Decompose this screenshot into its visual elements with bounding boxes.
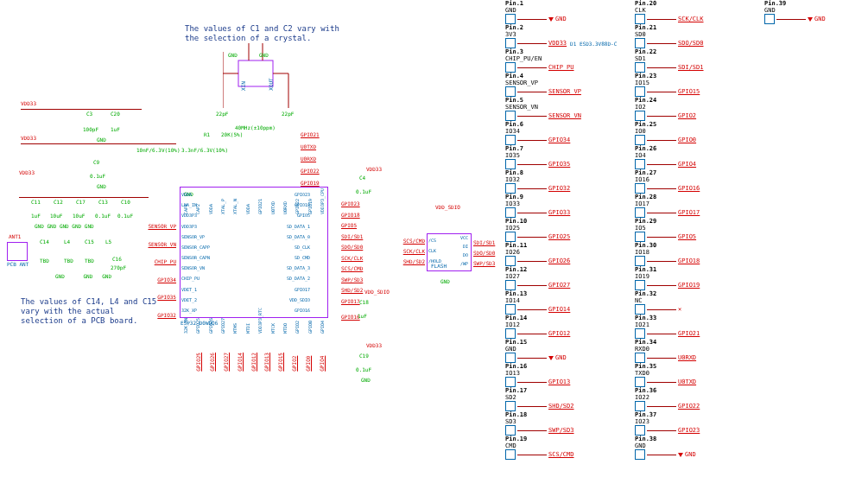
vdd33-rail: VDD33 [21,100,36,106]
pin-Pin.29: Pin.29IO5GPIO5 [635,218,747,238]
c11-label: C11 [31,199,41,205]
pin-Pin.9: Pin.9IO33GPIO33 [505,194,618,214]
c10-val: 0.1uF [117,213,133,219]
pin-Pin.39: Pin.39GNDGND [764,0,868,21]
gnd-label: GND [97,183,106,189]
pcb-antenna [7,242,28,261]
pin-Pin.5: Pin.5SENSOR_VNSENSOR_VN [505,97,618,118]
pin-Pin.7: Pin.7IO35GPIO35 [505,145,618,166]
c1-val: 22pF [216,111,228,117]
l4-val: TBD [64,258,73,264]
pin-Pin.13: Pin.13IO14GPIO14 [505,290,618,311]
pin-Pin.30: Pin.30IO18GPIO18 [635,242,747,263]
gnd-label: GND [259,52,269,58]
pin-Pin.21: Pin.21SD0SDO/SD0 [635,24,747,45]
c13-label: C13 [98,199,108,205]
c13-val: 0.1uF [95,213,111,219]
c3-label: C3 [86,111,92,117]
pin-Pin.25: Pin.25IO0GPIO0 [635,121,747,142]
c9-val: 0.1uF [90,173,105,179]
pinout-table: Pin.1GNDGNDPin.23V3VDD33D1 ESD3.3V88D-CP… [505,0,868,458]
r1-val: 20K(5%) [221,131,243,137]
c11-val: 1uF [31,213,41,219]
c18-val: 1uF [358,313,367,319]
pin-Pin.14: Pin.14IO12GPIO12 [505,315,618,335]
c10-label: C10 [121,199,130,205]
c15-label: C15 [85,238,94,245]
pin-Pin.22: Pin.22SD1SDI/SD1 [635,48,747,69]
pin-Pin.6: Pin.6IO34GPIO34 [505,121,618,142]
c17-label: C17 [76,199,86,205]
pin-Pin.37: Pin.37IO23GPIO23 [635,411,747,432]
c2-val: 22pF [282,111,294,117]
pin-Pin.31: Pin.31IO19GPIO19 [635,266,747,287]
pin-Pin.32: Pin.32NC✕ [635,290,747,311]
flash-right-nets: SDI/SD1SDO/SD0SWP/SD3 [473,237,495,268]
c9-label: C9 [93,159,99,165]
gnd-label: GND GND GND [55,273,111,279]
vdd33-rail: VDD33 [366,342,382,348]
c17-val: 10uF [73,213,85,219]
gnd-label: GND [361,377,371,383]
pin-Pin.15: Pin.15GNDGND [505,339,618,359]
pin-Pin.20: Pin.20CLKSCK/CLK [635,0,747,21]
r1-label: R1 [204,131,210,137]
c16-label: C16 [112,256,122,262]
ic-right-pins: GPIO23GPIO18GPIO5SD_DATA_1SD_DATA_0SD_CL… [287,192,310,313]
c14-label: C14 [40,238,49,245]
pin-Pin.12: Pin.12IO27GPIO27 [505,266,618,287]
schematic-region: GND GND XIN XOUT 22pF 22pF 40MHz(±10ppm)… [0,0,492,477]
pin-Pin.33: Pin.33IO21GPIO21 [635,315,747,335]
c19-val: 0.1uF [356,366,371,372]
ic-left-nets: SENSOR_VPSENSOR_VNCHIP_PUGPIO34GPIO35GPI… [138,223,176,318]
c19-label: C19 [359,353,369,359]
pin-Pin.17: Pin.17SD2SHD/SD2 [505,387,618,408]
pcb-ant-label: PCB ANT [7,261,29,267]
pin-Pin.16: Pin.16IO13GPIO13 [505,363,618,384]
c14-val: TBD [40,258,49,264]
c12-val: 10uF [50,213,62,219]
vdd33-rail: VDD33 [19,169,35,175]
flash-left-nets: SCS/CMDSCK/CLKSHD/SD2 [390,235,425,266]
c3-val: 100pF [83,126,98,132]
x1-val: 40MHz(±10ppm) [235,124,276,130]
pin-Pin.2: Pin.23V3VDD33D1 ESD3.3V88D-C [505,24,618,45]
gnd-label: GND [440,278,450,284]
pin-Pin.10: Pin.10IO25GPIO25 [505,218,618,238]
pin-Pin.11: Pin.11IO26GPIO26 [505,242,618,263]
c20-label: C20 [111,111,120,117]
pin-Pin.27: Pin.27IO16GPIO16 [635,169,747,190]
c6-val: 3.3nF/6.3V(10%) [181,147,228,153]
ic-top-nets: GPIO21U0TXDU0RXDGPIO22GPIO19 [301,128,320,188]
c4-label: C4 [359,175,365,181]
vdd33-rail: VDD33 [366,166,382,172]
pin-Pin.19: Pin.19CMDSCS/CMD [505,436,618,456]
pin-Pin.8: Pin.8IO32GPIO32 [505,169,618,190]
c4-val: 0.1uF [356,188,371,194]
c12-label: C12 [54,199,63,205]
l5-label: L5 [105,238,111,245]
pin-Pin.28: Pin.28IO17GPIO17 [635,194,747,214]
pin-Pin.24: Pin.24IO2GPIO2 [635,97,747,118]
ic-bottom-nets: GPIO25GPIO26GPIO27GPIO14GPIO12GPIO13GPIO… [195,353,325,372]
xout-label: XOUT [268,78,274,90]
gnd-label: GND [97,137,106,143]
pin-Pin.34: Pin.34RXD0U0RXD [635,339,747,359]
c16-val: 270pF [111,264,126,270]
pin-Pin.26: Pin.26IO4GPIO4 [635,145,747,166]
flash-right-pins: VCCDIDO/WP [453,233,468,268]
pin-Pin.36: Pin.36IO22GPIO22 [635,387,747,408]
vdd-sdio-rail: VDD_SDIO [435,204,460,210]
c5-val: 10nF/6.3V(10%) [136,147,181,153]
pin-Pin.38: Pin.38GNDGND [635,436,747,456]
c20-val: 1uF [111,126,120,132]
ic-left-pins: VDDALNA_INVDD3P3VDD3P3SENSOR_VPSENSOR_CA… [181,192,210,313]
pin-Pin.18: Pin.18SD3SWP/SD3 [505,411,618,432]
pin-Pin.35: Pin.35TXD0U0TXD [635,363,747,384]
pin-Pin.23: Pin.23IO15GPIO15 [635,73,747,93]
gnd-label: GND [228,52,238,58]
vdd-sdio-rail: VDD_SDIO [364,289,390,295]
l4-label: L4 [64,238,70,245]
c15-val: TBD [85,258,94,264]
gnd-label: GND GND GND GND GND [35,223,94,229]
